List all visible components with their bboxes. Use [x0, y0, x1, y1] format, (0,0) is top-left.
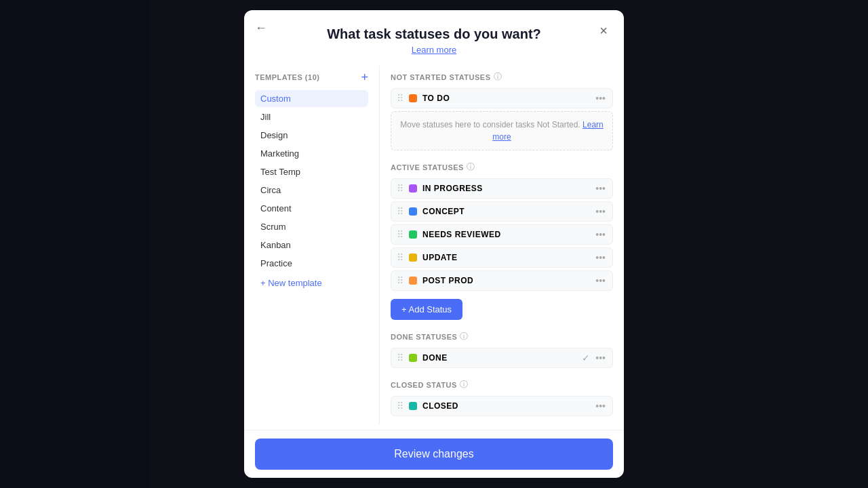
status-actions-todo: ••• [594, 93, 607, 104]
modal-overlay: ← What task statuses do you want? Learn … [0, 0, 868, 488]
status-menu-needs-reviewed[interactable]: ••• [594, 229, 607, 240]
closed-header: CLOSED STATUS ⓘ [391, 379, 613, 390]
active-header: ACTIVE STATUSES ⓘ [391, 161, 613, 173]
status-item-concept: ⠿ CONCEPT ••• [391, 201, 613, 222]
active-help-icon[interactable]: ⓘ [467, 161, 475, 173]
status-menu-post-prod[interactable]: ••• [594, 275, 607, 286]
status-name-todo: TO DO [422, 94, 589, 103]
not-started-section: NOT STARTED STATUSES ⓘ ⠿ TO DO ••• Move … [391, 71, 613, 150]
new-template-link[interactable]: + New template [255, 274, 368, 291]
drag-handle-todo[interactable]: ⠿ [397, 93, 403, 104]
template-item-content[interactable]: Content [255, 200, 368, 217]
drag-handle-concept[interactable]: ⠿ [397, 206, 403, 217]
status-dot-update [409, 253, 417, 262]
status-dot-closed [409, 402, 417, 410]
status-item-in-progress: ⠿ IN PROGRESS ••• [391, 178, 613, 199]
drag-handle-update[interactable]: ⠿ [397, 252, 403, 263]
not-started-drop-zone: Move statuses here to consider tasks Not… [391, 111, 613, 150]
status-dot-todo [409, 94, 417, 102]
templates-header: TEMPLATES (10) + [255, 71, 368, 83]
status-dot-done [409, 354, 417, 362]
status-item-post-prod: ⠿ POST PROD ••• [391, 270, 613, 291]
status-name-update: UPDATE [422, 253, 589, 262]
status-actions-closed: ••• [594, 401, 607, 411]
status-menu-concept[interactable]: ••• [594, 206, 607, 217]
add-status-button[interactable]: + Add Status [391, 299, 462, 320]
drag-handle-needs-reviewed[interactable]: ⠿ [397, 229, 403, 240]
modal-title: What task statuses do you want? [260, 26, 608, 42]
template-item-design[interactable]: Design [255, 127, 368, 144]
status-dot-concept [409, 207, 417, 216]
drag-handle-done[interactable]: ⠿ [397, 352, 403, 363]
closed-section: CLOSED STATUS ⓘ ⠿ CLOSED ••• [391, 379, 613, 416]
status-name-post-prod: POST PROD [422, 276, 589, 285]
done-section: DONE STATUSES ⓘ ⠿ DONE ✓ ••• [391, 331, 613, 368]
modal-footer: Review changes [244, 430, 624, 478]
modal-header: ← What task statuses do you want? Learn … [244, 10, 624, 60]
status-actions-update: ••• [594, 252, 607, 263]
closed-help-icon[interactable]: ⓘ [460, 379, 468, 390]
status-menu-in-progress[interactable]: ••• [594, 183, 607, 194]
status-name-done: DONE [422, 353, 576, 363]
not-started-label: NOT STARTED STATUSES [391, 73, 491, 81]
done-help-icon[interactable]: ⓘ [460, 331, 468, 342]
templates-label: TEMPLATES (10) [255, 73, 319, 81]
status-actions-concept: ••• [594, 206, 607, 217]
template-item-custom[interactable]: Custom [255, 90, 368, 107]
done-header: DONE STATUSES ⓘ [391, 331, 613, 342]
status-actions-in-progress: ••• [594, 183, 607, 194]
template-item-jill[interactable]: Jill [255, 108, 368, 125]
status-actions-needs-reviewed: ••• [594, 229, 607, 240]
status-item-update: ⠿ UPDATE ••• [391, 247, 613, 268]
status-menu-done[interactable]: ••• [594, 352, 607, 363]
template-item-test-temp[interactable]: Test Temp [255, 163, 368, 180]
status-name-in-progress: IN PROGRESS [422, 184, 589, 193]
active-section: ACTIVE STATUSES ⓘ ⠿ IN PROGRESS ••• ⠿ [391, 161, 613, 320]
status-dot-needs-reviewed [409, 230, 417, 239]
status-item-done: ⠿ DONE ✓ ••• [391, 348, 613, 368]
status-modal: ← What task statuses do you want? Learn … [244, 10, 624, 478]
modal-body: TEMPLATES (10) + Custom Jill Design Mark… [244, 60, 624, 430]
status-menu-update[interactable]: ••• [594, 252, 607, 263]
drag-handle-closed[interactable]: ⠿ [397, 401, 403, 411]
status-name-needs-reviewed: NEEDS REVIEWED [422, 230, 589, 239]
status-item-needs-reviewed: ⠿ NEEDS REVIEWED ••• [391, 224, 613, 245]
status-menu-todo[interactable]: ••• [594, 93, 607, 104]
closed-label: CLOSED STATUS [391, 381, 457, 389]
done-label: DONE STATUSES [391, 333, 457, 341]
status-item-closed: ⠿ CLOSED ••• [391, 396, 613, 416]
status-actions-post-prod: ••• [594, 275, 607, 286]
close-button[interactable]: × [594, 21, 613, 40]
active-label: ACTIVE STATUSES [391, 163, 464, 171]
review-changes-button[interactable]: Review changes [255, 439, 613, 470]
drag-handle-in-progress[interactable]: ⠿ [397, 183, 403, 194]
status-menu-closed[interactable]: ••• [594, 401, 607, 411]
add-template-button[interactable]: + [361, 71, 368, 83]
status-item-todo: ⠿ TO DO ••• [391, 88, 613, 108]
not-started-header: NOT STARTED STATUSES ⓘ [391, 71, 613, 83]
status-dot-post-prod [409, 277, 417, 285]
back-button[interactable]: ← [255, 21, 267, 35]
learn-more-link[interactable]: Learn more [260, 45, 608, 55]
status-actions-done: ✓ ••• [582, 352, 607, 363]
status-dot-in-progress [409, 184, 417, 192]
status-check-done: ✓ [582, 352, 590, 363]
template-item-practice[interactable]: Practice [255, 255, 368, 272]
template-item-kanban[interactable]: Kanban [255, 237, 368, 253]
drag-handle-post-prod[interactable]: ⠿ [397, 275, 403, 286]
template-item-circa[interactable]: Circa [255, 182, 368, 199]
template-item-scrum[interactable]: Scrum [255, 218, 368, 235]
status-name-closed: CLOSED [422, 401, 589, 411]
status-name-concept: CONCEPT [422, 207, 589, 216]
not-started-help-icon[interactable]: ⓘ [494, 71, 502, 83]
template-item-marketing[interactable]: Marketing [255, 145, 368, 162]
statuses-panel: NOT STARTED STATUSES ⓘ ⠿ TO DO ••• Move … [380, 66, 624, 424]
templates-panel: TEMPLATES (10) + Custom Jill Design Mark… [244, 66, 380, 424]
